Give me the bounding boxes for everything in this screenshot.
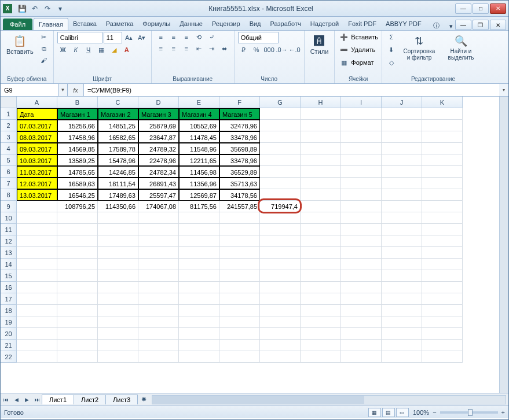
cell-H4[interactable] <box>301 143 341 154</box>
cell-D5[interactable]: 22478,96 <box>138 154 179 166</box>
cell-G7[interactable] <box>260 178 301 189</box>
row-header-7[interactable]: 7 <box>1 178 17 189</box>
cell-J5[interactable] <box>382 154 422 166</box>
cell-B2[interactable]: 15256,66 <box>57 120 98 131</box>
format-painter-icon[interactable]: 🖌 <box>38 55 50 65</box>
cell-J14[interactable] <box>382 259 422 270</box>
column-header-B[interactable]: B <box>57 97 98 108</box>
cell-D12[interactable] <box>138 235 179 247</box>
cell-D15[interactable] <box>138 270 179 282</box>
cell-C1[interactable]: Магазин 2 <box>98 108 138 120</box>
bold-icon[interactable]: Ж <box>57 45 69 55</box>
cell-F22[interactable] <box>219 351 260 363</box>
ribbon-tab-разметка[interactable]: Разметка <box>101 18 138 30</box>
row-header-10[interactable]: 10 <box>1 212 17 224</box>
cell-J8[interactable] <box>382 189 422 201</box>
cell-I5[interactable] <box>341 154 382 166</box>
increase-decimal-icon[interactable]: .0→ <box>276 45 288 55</box>
cell-F12[interactable] <box>219 235 260 247</box>
cell-D16[interactable] <box>138 282 179 293</box>
cell-G14[interactable] <box>260 259 301 270</box>
cell-K15[interactable] <box>422 270 463 282</box>
cell-A14[interactable] <box>17 259 57 270</box>
zoom-in-icon[interactable]: + <box>501 409 505 416</box>
cell-B16[interactable] <box>57 282 98 293</box>
cell-F7[interactable]: 35713,63 <box>219 178 260 189</box>
cell-I9[interactable] <box>341 201 382 212</box>
delete-label[interactable]: Удалить <box>351 46 375 53</box>
cell-B12[interactable] <box>57 235 98 247</box>
cell-A8[interactable]: 13.03.2017 <box>17 189 57 201</box>
cell-E14[interactable] <box>179 259 219 270</box>
cell-A6[interactable]: 11.03.2017 <box>17 166 57 178</box>
cell-C19[interactable] <box>98 316 138 328</box>
row-header-22[interactable]: 22 <box>1 351 17 363</box>
percent-icon[interactable]: % <box>251 45 262 55</box>
qat-redo-icon[interactable]: ↷ <box>42 3 53 14</box>
cell-K12[interactable] <box>422 235 463 247</box>
cell-H1[interactable] <box>301 108 341 120</box>
cell-J4[interactable] <box>382 143 422 154</box>
cell-K8[interactable] <box>422 189 463 201</box>
clear-icon[interactable]: ◇ <box>386 57 397 68</box>
cell-G1[interactable] <box>260 108 301 120</box>
row-header-9[interactable]: 9 <box>1 201 17 212</box>
cell-G2[interactable] <box>260 120 301 131</box>
workbook-minimize-button[interactable]: — <box>455 20 471 30</box>
column-header-H[interactable]: H <box>301 97 341 108</box>
column-header-G[interactable]: G <box>260 97 301 108</box>
cell-B19[interactable] <box>57 316 98 328</box>
font-name-combo[interactable]: Calibri <box>57 32 102 43</box>
cell-J16[interactable] <box>382 282 422 293</box>
font-color-icon[interactable]: A <box>121 45 133 55</box>
row-header-20[interactable]: 20 <box>1 328 17 340</box>
cell-C20[interactable] <box>98 328 138 340</box>
column-header-F[interactable]: F <box>219 97 260 108</box>
cell-A17[interactable] <box>17 293 57 305</box>
cell-B21[interactable] <box>57 340 98 351</box>
cell-F2[interactable]: 32478,96 <box>219 120 260 131</box>
cell-F11[interactable] <box>219 224 260 235</box>
ribbon-tab-рецензир[interactable]: Рецензир <box>207 18 245 30</box>
view-layout-icon[interactable]: ▤ <box>382 408 395 417</box>
cell-G11[interactable] <box>260 224 301 235</box>
cell-K14[interactable] <box>422 259 463 270</box>
cell-D2[interactable]: 25879,69 <box>138 120 179 131</box>
cell-H20[interactable] <box>301 328 341 340</box>
align-right-icon[interactable]: ≡ <box>181 43 192 54</box>
increase-font-icon[interactable]: A▴ <box>123 32 135 43</box>
cell-G20[interactable] <box>260 328 301 340</box>
cell-J18[interactable] <box>382 305 422 316</box>
cell-J7[interactable] <box>382 178 422 189</box>
sheet-nav-prev-icon[interactable]: ◀ <box>11 395 21 405</box>
cell-A7[interactable]: 12.03.2017 <box>17 178 57 189</box>
cell-F8[interactable]: 34178,56 <box>219 189 260 201</box>
cell-J17[interactable] <box>382 293 422 305</box>
ribbon-tab-foxit pdf[interactable]: Foxit PDF <box>343 18 381 30</box>
sheet-tab-Лист1[interactable]: Лист1 <box>42 395 74 404</box>
cell-B13[interactable] <box>57 247 98 259</box>
maximize-button[interactable]: □ <box>473 3 489 14</box>
cell-E12[interactable] <box>179 235 219 247</box>
workbook-close-button[interactable]: ✕ <box>490 20 506 30</box>
copy-icon[interactable]: ⧉ <box>38 43 50 54</box>
cell-H3[interactable] <box>301 131 341 143</box>
cell-E6[interactable]: 11456,98 <box>179 166 219 178</box>
cell-H22[interactable] <box>301 351 341 363</box>
cell-E16[interactable] <box>179 282 219 293</box>
row-header-14[interactable]: 14 <box>1 259 17 270</box>
cell-G3[interactable] <box>260 131 301 143</box>
cell-F9[interactable]: 241557,85 <box>219 201 260 212</box>
cell-H2[interactable] <box>301 120 341 131</box>
cell-C16[interactable] <box>98 282 138 293</box>
cell-K20[interactable] <box>422 328 463 340</box>
cell-J11[interactable] <box>382 224 422 235</box>
cell-J22[interactable] <box>382 351 422 363</box>
cell-D1[interactable]: Магазин 3 <box>138 108 179 120</box>
cell-H13[interactable] <box>301 247 341 259</box>
format-label[interactable]: Формат <box>351 59 373 66</box>
cell-B6[interactable]: 14785,65 <box>57 166 98 178</box>
minimize-button[interactable]: — <box>455 3 471 14</box>
cell-A21[interactable] <box>17 340 57 351</box>
underline-icon[interactable]: Ч <box>83 45 94 55</box>
